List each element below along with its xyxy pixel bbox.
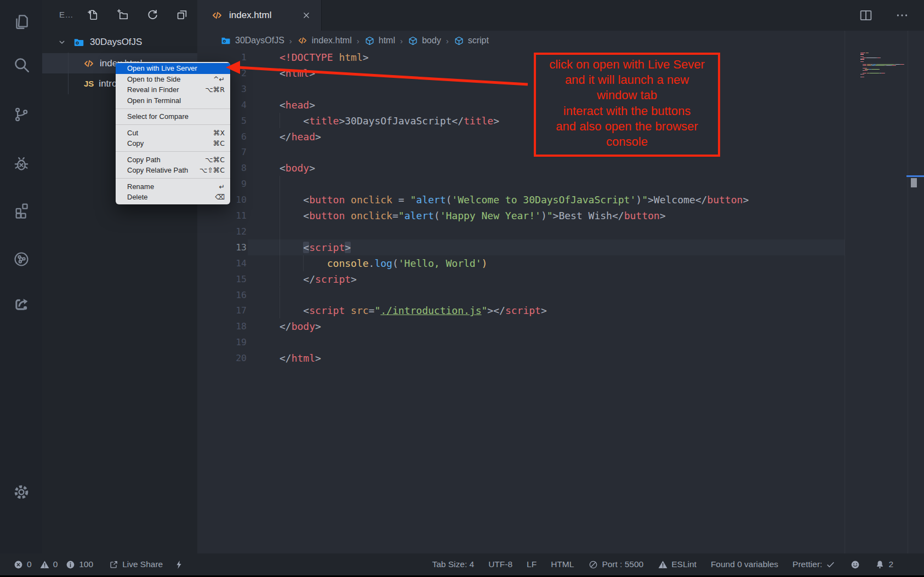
breadcrumb-item-script[interactable]: script bbox=[454, 36, 489, 46]
code-text: <button onclick = "alert('Welcome to 30D… bbox=[280, 192, 749, 208]
menu-item-reveal-in-finder[interactable]: Reveal in Finder⌥⌘R bbox=[116, 84, 230, 95]
breadcrumb-item-index.html[interactable]: index.html bbox=[297, 35, 352, 46]
status-live-share[interactable]: Live Share bbox=[109, 559, 163, 570]
activity-search-icon[interactable] bbox=[10, 53, 32, 77]
circle-slash-icon bbox=[588, 559, 598, 570]
minimap-line bbox=[860, 65, 908, 66]
breadcrumb-item-body[interactable]: body bbox=[408, 36, 441, 46]
indent-guide bbox=[280, 176, 280, 192]
menu-item-open-with-live-server[interactable]: Open with Live Server bbox=[116, 63, 230, 74]
close-tab-icon[interactable] bbox=[300, 9, 312, 21]
status-2[interactable]: 2 bbox=[875, 559, 893, 570]
annotation-line: and it will launch a new bbox=[536, 72, 718, 88]
menu-separator bbox=[116, 178, 230, 179]
share-session-icon bbox=[13, 295, 30, 313]
annotation-line: console bbox=[536, 134, 718, 150]
menu-item-cut[interactable]: Cut⌘X bbox=[116, 128, 230, 139]
menu-item-rename[interactable]: Rename↵ bbox=[116, 181, 230, 192]
status-eslint[interactable]: ESLint bbox=[658, 559, 697, 570]
annotation-line: and also open the browser bbox=[536, 119, 718, 134]
folder-row-30daysofjs[interactable]: 30DaysOfJS bbox=[42, 32, 197, 53]
code-text: <script src="./introduction.js"></script… bbox=[280, 302, 547, 318]
minimap[interactable] bbox=[860, 53, 908, 78]
menu-item-open-to-the-side[interactable]: Open to the Side^↵ bbox=[116, 74, 230, 85]
folder-open-icon bbox=[73, 36, 85, 48]
breadcrumb-separator: › bbox=[446, 36, 449, 45]
new-folder-button[interactable] bbox=[116, 8, 130, 22]
status-prettier-[interactable]: Prettier: bbox=[792, 559, 836, 570]
status-html[interactable]: HTML bbox=[551, 559, 574, 569]
activity-live-share-circle-icon[interactable] bbox=[10, 247, 32, 271]
status-0[interactable]: 0 bbox=[13, 559, 32, 570]
new-file-button[interactable] bbox=[86, 8, 100, 22]
status-text: 0 bbox=[27, 559, 32, 569]
code-text: <script> bbox=[280, 239, 351, 255]
code-line-8: 8<body> bbox=[197, 160, 924, 176]
bolt-icon bbox=[174, 559, 184, 570]
tab-index-html[interactable]: index.html bbox=[197, 0, 322, 31]
minimap-line bbox=[860, 55, 908, 56]
menu-item-copy-path[interactable]: Copy Path⌥⌘C bbox=[116, 155, 230, 165]
folder-icon bbox=[220, 35, 231, 46]
activity-source-control-icon[interactable] bbox=[10, 102, 32, 127]
menu-separator bbox=[116, 108, 230, 109]
minimap-line bbox=[860, 56, 908, 57]
collapse-folders-button[interactable] bbox=[175, 8, 189, 22]
line-number: 12 bbox=[197, 224, 247, 239]
scrollbar-thumb[interactable] bbox=[911, 178, 917, 187]
status-tab-size-4[interactable]: Tab Size: 4 bbox=[432, 559, 474, 569]
minimap-line bbox=[860, 58, 908, 58]
status-100[interactable]: 100 bbox=[65, 559, 93, 570]
line-number: 18 bbox=[197, 318, 247, 334]
code-text: <html> bbox=[280, 65, 315, 81]
activity-run-debug-icon[interactable] bbox=[10, 152, 32, 176]
refresh-explorer-button[interactable] bbox=[145, 8, 159, 22]
line-number: 15 bbox=[197, 271, 247, 287]
line-number: 11 bbox=[197, 208, 247, 224]
html-file-icon bbox=[83, 58, 95, 70]
chevron-down-icon bbox=[56, 37, 67, 48]
status-text: Found 0 variables bbox=[711, 559, 778, 569]
activity-bar bbox=[0, 0, 42, 553]
line-number: 20 bbox=[197, 350, 247, 366]
activity-explorer-icon[interactable] bbox=[10, 9, 32, 33]
code-line-18: 18</body> bbox=[197, 318, 924, 334]
activity-share-session-icon[interactable] bbox=[10, 292, 32, 316]
breadcrumb-item-30DaysOfJS[interactable]: 30DaysOfJS bbox=[220, 35, 284, 46]
status-found-0-variables[interactable]: Found 0 variables bbox=[711, 559, 778, 569]
tree-indent-guide bbox=[68, 53, 69, 94]
code-text: <body> bbox=[280, 160, 315, 176]
breadcrumb-item-html[interactable]: html bbox=[364, 36, 395, 46]
status-bar: 00100Live Share Tab Size: 4UTF-8LFHTMLPo… bbox=[0, 553, 924, 575]
menu-item-copy[interactable]: Copy⌘C bbox=[116, 138, 230, 149]
menu-item-select-for-compare[interactable]: Select for Compare bbox=[116, 111, 230, 122]
cube-icon bbox=[454, 36, 464, 46]
overview-ruler-cursor-mark bbox=[906, 175, 924, 177]
folder-name: 30DaysOfJS bbox=[90, 37, 142, 48]
minimap-line bbox=[860, 75, 908, 76]
gear-icon bbox=[12, 483, 31, 501]
minimap-line bbox=[860, 64, 908, 65]
refresh-explorer-icon bbox=[146, 8, 159, 21]
status-smiley-feedback-icon[interactable] bbox=[850, 559, 860, 570]
minimap-line bbox=[860, 59, 908, 59]
breadcrumb-label: html bbox=[379, 36, 395, 45]
collapse-folders-icon bbox=[175, 8, 189, 21]
status-bolt-icon[interactable] bbox=[174, 559, 184, 570]
status-lf[interactable]: LF bbox=[527, 559, 537, 569]
activity-settings-button[interactable] bbox=[10, 480, 32, 504]
status-utf-8[interactable]: UTF-8 bbox=[488, 559, 512, 569]
activity-extensions-icon[interactable] bbox=[10, 198, 32, 222]
menu-item-copy-relative-path[interactable]: Copy Relative Path⌥⇧⌘C bbox=[116, 165, 230, 176]
status-0[interactable]: 0 bbox=[39, 559, 58, 570]
menu-item-open-in-terminal[interactable]: Open in Terminal bbox=[116, 95, 230, 106]
menu-item-delete[interactable]: Delete⌫ bbox=[116, 192, 230, 203]
smiley-feedback-icon bbox=[850, 559, 860, 570]
explorer-icon bbox=[12, 12, 31, 31]
tab-label: index.html bbox=[229, 10, 271, 21]
more-actions-icon[interactable] bbox=[894, 8, 910, 23]
status-port-5500[interactable]: Port : 5500 bbox=[588, 559, 643, 570]
split-editor-button[interactable] bbox=[858, 8, 874, 23]
code-line-9: 9 bbox=[197, 176, 924, 192]
minimap-line bbox=[860, 70, 908, 71]
